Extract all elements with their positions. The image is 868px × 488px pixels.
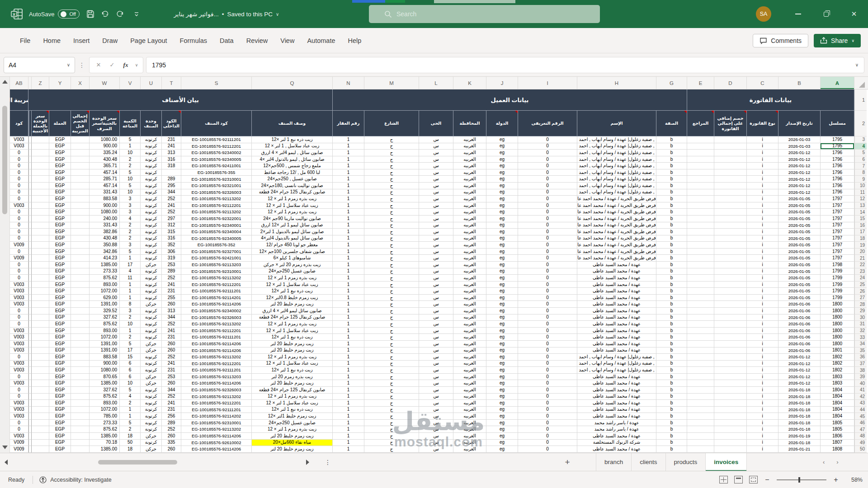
cell-A46[interactable]: 1805 [821,420,854,427]
cell-Q43[interactable]: زيت عباد سلاسل 1 لتر × 12 [252,400,333,407]
cell-M23[interactable]: ح [364,268,419,275]
cell-Z25[interactable] [32,282,49,288]
cell-D28[interactable] [714,301,747,308]
cell-T23[interactable]: 289 [162,268,181,275]
cell-M19[interactable]: ح [364,242,419,249]
cell-H36[interactable]: , صفية زغلول| عهدة / وسام ايهاب , احمد [577,354,656,361]
column-header-M[interactable]: M [364,77,419,89]
cell-W22[interactable]: 1385.00 [90,262,120,268]
cell-V45[interactable]: 1 [120,413,141,420]
cell-G46[interactable]: b [656,420,687,427]
cell-W10[interactable]: 457.14 [90,183,120,189]
cell-M20[interactable]: ح [364,249,419,255]
cell-K21[interactable]: الغربيه [453,255,486,262]
cell-G49[interactable]: b [656,440,687,446]
column-header-J[interactable]: J [486,77,518,89]
cell-E33[interactable] [687,334,714,341]
cell-Z21[interactable] [32,255,49,262]
cell-I21[interactable]: 0 [518,255,577,262]
cell-X25[interactable] [71,282,90,288]
cell-K28[interactable]: الغربيه [453,301,486,308]
cell-Y4[interactable]: EGP [49,143,71,150]
cell-A17[interactable]: 1797 [821,229,854,235]
cell-Z39[interactable] [32,374,49,380]
cell-E36[interactable] [687,354,714,361]
cell-V15[interactable]: 4 [120,216,141,222]
cell-J41[interactable]: eg [486,387,518,394]
cell-N34[interactable]: 1 [333,341,364,347]
cell-Z44[interactable] [32,407,49,413]
cell-T48[interactable]: 260 [162,433,181,440]
cell-AB12[interactable]: 0 [10,196,28,202]
cell-U13[interactable]: كرتونة [141,202,162,209]
cell-T34[interactable]: 260 [162,341,181,347]
cell-T16[interactable]: 312 [162,222,181,229]
cell-B27[interactable]: 2026-01-05 [778,295,821,301]
cell-X32[interactable] [71,328,90,334]
cell-T25[interactable]: 241 [162,282,181,288]
cell-B39[interactable]: 2026-01-12 [778,374,821,380]
cell-H44[interactable]: عهدة / محمد السيد عاطى [577,407,656,413]
cell-SL4[interactable] [28,143,32,150]
column-label-W[interactable]: سعر الوحدة بالجنية/سعر الصرف [90,111,120,136]
cell-H17[interactable]: فرض طريق الحرية / عهدة / محمد احمد عا [577,229,656,235]
cell-W42[interactable]: 875.62 [90,394,120,400]
cell-A9[interactable]: 1796 [821,176,854,183]
cell-L29[interactable]: س [419,308,453,314]
cell-M27[interactable]: ح [364,295,419,301]
cell-L17[interactable]: س [419,229,453,235]
cell-B30[interactable]: 2026-01-06 [778,314,821,321]
cell-B17[interactable]: 2026-01-05 [778,229,821,235]
cell-U46[interactable]: كرتونة [141,420,162,427]
column-header-D[interactable]: D [714,77,747,89]
cell-V35[interactable]: 17 [120,347,141,354]
cell-D13[interactable] [714,202,747,209]
row-header-46[interactable]: 46 [854,420,867,427]
cell-L47[interactable]: س [419,426,453,433]
cell-SL30[interactable] [28,314,32,321]
cell-V14[interactable]: 3 [120,209,141,216]
cell-S11[interactable]: EG-100185576-92326003 [181,189,252,196]
cell-D4[interactable] [714,143,747,150]
cell-J4[interactable]: eg [486,143,518,150]
cell-X23[interactable] [71,268,90,275]
cell-D19[interactable] [714,242,747,249]
cell-Q26[interactable]: زيت ذره نبع 1 لتر ×12 [252,288,333,295]
cell-G10[interactable]: b [656,183,687,189]
zoom-level[interactable]: 58% [845,477,863,483]
cell-Z9[interactable] [32,176,49,183]
cell-D45[interactable] [714,413,747,420]
cell-C43[interactable]: i [747,400,778,407]
cell-E45[interactable] [687,413,714,420]
cell-I6[interactable]: 0 [518,156,577,163]
cell-G20[interactable]: b [656,249,687,255]
cell-B13[interactable]: 2026-01-05 [778,202,821,209]
add-sheet-button[interactable]: + [561,457,574,467]
cell-U10[interactable]: كرتونة [141,183,162,189]
cell-Q23[interactable]: صابون غسيل 250جم×24 [252,268,333,275]
cell-T5[interactable]: 313 [162,150,181,156]
cell-U44[interactable]: كرتونة [141,407,162,413]
cell-G21[interactable]: b [656,255,687,262]
horizontal-scroll-thumb[interactable] [98,460,177,465]
cell-G31[interactable]: b [656,321,687,328]
cell-A40[interactable]: 1803 [821,380,854,387]
cell-B10[interactable]: 2026-01-12 [778,183,821,189]
cell-E18[interactable] [687,235,714,242]
cell-I45[interactable]: 0 [518,413,577,420]
cell-AB19[interactable]: V009 [10,242,28,249]
cell-J19[interactable]: eg [486,242,518,249]
cell-K50[interactable]: الغربيه [453,446,486,453]
cell-V38[interactable]: 6 [120,367,141,374]
cell-K15[interactable]: الغربيه [453,216,486,222]
cell-U21[interactable]: كرتونة [141,255,162,262]
cell-D12[interactable] [714,196,747,202]
cell-L3[interactable]: س [419,136,453,143]
cell-K17[interactable]: الغربيه [453,229,486,235]
cell-J33[interactable]: eg [486,334,518,341]
cell-I15[interactable]: 0 [518,216,577,222]
column-header-AB[interactable]: AB [10,77,28,89]
cell-I40[interactable]: 0 [518,380,577,387]
cell-Y14[interactable]: EGP [49,209,71,216]
cell-AB21[interactable]: V009 [10,255,28,262]
